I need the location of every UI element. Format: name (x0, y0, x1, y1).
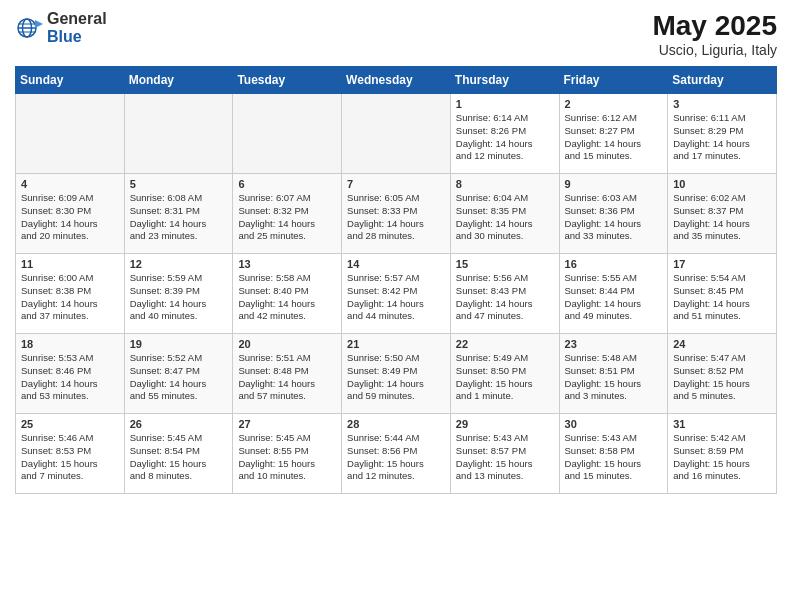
logo: General Blue (15, 10, 107, 45)
cell-info: Sunrise: 6:08 AMSunset: 8:31 PMDaylight:… (130, 192, 228, 243)
cell-info: Sunrise: 5:43 AMSunset: 8:57 PMDaylight:… (456, 432, 554, 483)
cell-info: Sunrise: 6:02 AMSunset: 8:37 PMDaylight:… (673, 192, 771, 243)
calendar-cell: 25Sunrise: 5:46 AMSunset: 8:53 PMDayligh… (16, 414, 125, 494)
calendar-cell: 19Sunrise: 5:52 AMSunset: 8:47 PMDayligh… (124, 334, 233, 414)
day-number: 13 (238, 258, 336, 270)
day-number: 29 (456, 418, 554, 430)
calendar-cell: 31Sunrise: 5:42 AMSunset: 8:59 PMDayligh… (668, 414, 777, 494)
calendar-cell: 23Sunrise: 5:48 AMSunset: 8:51 PMDayligh… (559, 334, 668, 414)
day-number: 26 (130, 418, 228, 430)
day-of-week-header: Monday (124, 67, 233, 94)
cell-info: Sunrise: 6:09 AMSunset: 8:30 PMDaylight:… (21, 192, 119, 243)
cell-info: Sunrise: 6:12 AMSunset: 8:27 PMDaylight:… (565, 112, 663, 163)
svg-marker-6 (35, 20, 43, 28)
header: General Blue May 2025 Uscio, Liguria, It… (15, 10, 777, 58)
calendar-cell: 2Sunrise: 6:12 AMSunset: 8:27 PMDaylight… (559, 94, 668, 174)
day-number: 9 (565, 178, 663, 190)
calendar-cell: 17Sunrise: 5:54 AMSunset: 8:45 PMDayligh… (668, 254, 777, 334)
calendar-cell: 20Sunrise: 5:51 AMSunset: 8:48 PMDayligh… (233, 334, 342, 414)
calendar-cell: 4Sunrise: 6:09 AMSunset: 8:30 PMDaylight… (16, 174, 125, 254)
calendar-cell: 28Sunrise: 5:44 AMSunset: 8:56 PMDayligh… (342, 414, 451, 494)
day-number: 8 (456, 178, 554, 190)
cell-info: Sunrise: 5:57 AMSunset: 8:42 PMDaylight:… (347, 272, 445, 323)
calendar-header-row: SundayMondayTuesdayWednesdayThursdayFrid… (16, 67, 777, 94)
cell-info: Sunrise: 5:44 AMSunset: 8:56 PMDaylight:… (347, 432, 445, 483)
logo-text: General Blue (47, 10, 107, 45)
day-number: 18 (21, 338, 119, 350)
day-number: 28 (347, 418, 445, 430)
day-number: 31 (673, 418, 771, 430)
calendar-cell: 5Sunrise: 6:08 AMSunset: 8:31 PMDaylight… (124, 174, 233, 254)
calendar-cell: 8Sunrise: 6:04 AMSunset: 8:35 PMDaylight… (450, 174, 559, 254)
day-number: 4 (21, 178, 119, 190)
cell-info: Sunrise: 5:59 AMSunset: 8:39 PMDaylight:… (130, 272, 228, 323)
calendar-cell: 10Sunrise: 6:02 AMSunset: 8:37 PMDayligh… (668, 174, 777, 254)
day-number: 6 (238, 178, 336, 190)
cell-info: Sunrise: 5:49 AMSunset: 8:50 PMDaylight:… (456, 352, 554, 403)
calendar-cell: 11Sunrise: 6:00 AMSunset: 8:38 PMDayligh… (16, 254, 125, 334)
day-of-week-header: Tuesday (233, 67, 342, 94)
day-number: 24 (673, 338, 771, 350)
page: General Blue May 2025 Uscio, Liguria, It… (0, 0, 792, 509)
day-number: 21 (347, 338, 445, 350)
logo-icon (15, 14, 43, 42)
day-of-week-header: Thursday (450, 67, 559, 94)
calendar-week-row: 18Sunrise: 5:53 AMSunset: 8:46 PMDayligh… (16, 334, 777, 414)
calendar-cell: 15Sunrise: 5:56 AMSunset: 8:43 PMDayligh… (450, 254, 559, 334)
cell-info: Sunrise: 5:52 AMSunset: 8:47 PMDaylight:… (130, 352, 228, 403)
day-number: 25 (21, 418, 119, 430)
calendar-cell: 21Sunrise: 5:50 AMSunset: 8:49 PMDayligh… (342, 334, 451, 414)
day-number: 20 (238, 338, 336, 350)
calendar-cell: 13Sunrise: 5:58 AMSunset: 8:40 PMDayligh… (233, 254, 342, 334)
day-number: 17 (673, 258, 771, 270)
cell-info: Sunrise: 6:05 AMSunset: 8:33 PMDaylight:… (347, 192, 445, 243)
calendar-cell: 22Sunrise: 5:49 AMSunset: 8:50 PMDayligh… (450, 334, 559, 414)
day-number: 11 (21, 258, 119, 270)
cell-info: Sunrise: 6:14 AMSunset: 8:26 PMDaylight:… (456, 112, 554, 163)
calendar-cell: 29Sunrise: 5:43 AMSunset: 8:57 PMDayligh… (450, 414, 559, 494)
day-number: 23 (565, 338, 663, 350)
month-year: May 2025 (652, 10, 777, 42)
cell-info: Sunrise: 5:50 AMSunset: 8:49 PMDaylight:… (347, 352, 445, 403)
calendar-cell: 24Sunrise: 5:47 AMSunset: 8:52 PMDayligh… (668, 334, 777, 414)
logo-general: General (47, 10, 107, 27)
location: Uscio, Liguria, Italy (652, 42, 777, 58)
cell-info: Sunrise: 5:53 AMSunset: 8:46 PMDaylight:… (21, 352, 119, 403)
calendar: SundayMondayTuesdayWednesdayThursdayFrid… (15, 66, 777, 494)
calendar-cell: 16Sunrise: 5:55 AMSunset: 8:44 PMDayligh… (559, 254, 668, 334)
cell-info: Sunrise: 5:42 AMSunset: 8:59 PMDaylight:… (673, 432, 771, 483)
cell-info: Sunrise: 6:00 AMSunset: 8:38 PMDaylight:… (21, 272, 119, 323)
calendar-cell: 27Sunrise: 5:45 AMSunset: 8:55 PMDayligh… (233, 414, 342, 494)
day-number: 22 (456, 338, 554, 350)
calendar-cell: 9Sunrise: 6:03 AMSunset: 8:36 PMDaylight… (559, 174, 668, 254)
calendar-cell (16, 94, 125, 174)
day-number: 5 (130, 178, 228, 190)
calendar-cell: 30Sunrise: 5:43 AMSunset: 8:58 PMDayligh… (559, 414, 668, 494)
cell-info: Sunrise: 5:51 AMSunset: 8:48 PMDaylight:… (238, 352, 336, 403)
calendar-cell (342, 94, 451, 174)
title-block: May 2025 Uscio, Liguria, Italy (652, 10, 777, 58)
day-number: 3 (673, 98, 771, 110)
cell-info: Sunrise: 5:45 AMSunset: 8:54 PMDaylight:… (130, 432, 228, 483)
calendar-cell: 14Sunrise: 5:57 AMSunset: 8:42 PMDayligh… (342, 254, 451, 334)
cell-info: Sunrise: 5:54 AMSunset: 8:45 PMDaylight:… (673, 272, 771, 323)
cell-info: Sunrise: 5:46 AMSunset: 8:53 PMDaylight:… (21, 432, 119, 483)
calendar-cell: 18Sunrise: 5:53 AMSunset: 8:46 PMDayligh… (16, 334, 125, 414)
day-number: 27 (238, 418, 336, 430)
cell-info: Sunrise: 5:43 AMSunset: 8:58 PMDaylight:… (565, 432, 663, 483)
day-of-week-header: Friday (559, 67, 668, 94)
cell-info: Sunrise: 5:47 AMSunset: 8:52 PMDaylight:… (673, 352, 771, 403)
calendar-cell: 1Sunrise: 6:14 AMSunset: 8:26 PMDaylight… (450, 94, 559, 174)
calendar-cell: 3Sunrise: 6:11 AMSunset: 8:29 PMDaylight… (668, 94, 777, 174)
day-of-week-header: Saturday (668, 67, 777, 94)
day-number: 7 (347, 178, 445, 190)
calendar-cell: 6Sunrise: 6:07 AMSunset: 8:32 PMDaylight… (233, 174, 342, 254)
calendar-cell (124, 94, 233, 174)
calendar-week-row: 1Sunrise: 6:14 AMSunset: 8:26 PMDaylight… (16, 94, 777, 174)
calendar-cell: 26Sunrise: 5:45 AMSunset: 8:54 PMDayligh… (124, 414, 233, 494)
day-number: 16 (565, 258, 663, 270)
cell-info: Sunrise: 5:58 AMSunset: 8:40 PMDaylight:… (238, 272, 336, 323)
cell-info: Sunrise: 6:04 AMSunset: 8:35 PMDaylight:… (456, 192, 554, 243)
cell-info: Sunrise: 5:55 AMSunset: 8:44 PMDaylight:… (565, 272, 663, 323)
day-number: 14 (347, 258, 445, 270)
